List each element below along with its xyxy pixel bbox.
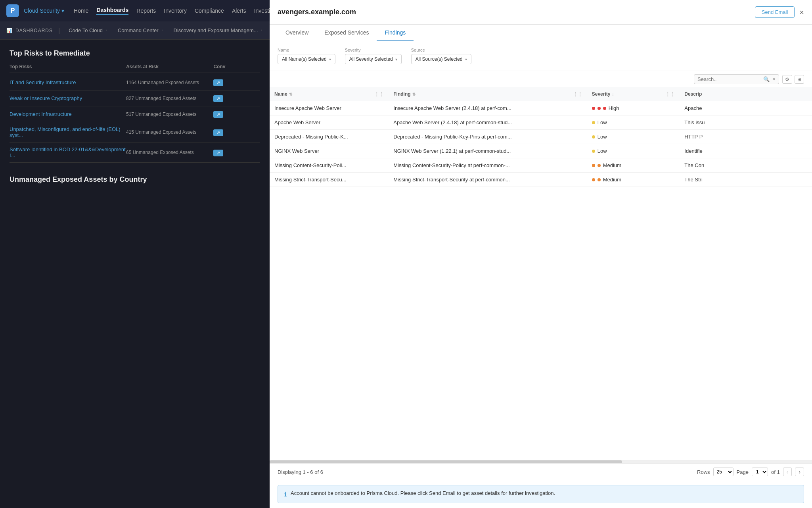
risk-table-row: Software Identified in BOD 22-01&&&Devel… bbox=[10, 142, 260, 163]
risk-assets: 65 Unmanaged Exposed Assets bbox=[126, 150, 213, 155]
filter-severity-arrow: ▾ bbox=[395, 57, 397, 62]
nav-command-center[interactable]: Command Center ⋮ bbox=[115, 26, 167, 35]
overlay-tabs: Overview Exposed Services Findings bbox=[270, 25, 812, 41]
finding-severity: High bbox=[587, 101, 680, 115]
severity-label: Low bbox=[598, 134, 607, 140]
table-header: Name ⇅ ⋮⋮ Finding ⇅ ⋮⋮ bbox=[270, 87, 812, 101]
nav-reports[interactable]: Reports bbox=[136, 8, 156, 14]
finding-text: Missing Strict-Transport-Security at per… bbox=[389, 173, 587, 187]
filter-name-dropdown[interactable]: All Name(s) Selected ▾ bbox=[278, 54, 335, 64]
risk-assets: 517 Unmanaged Exposed Assets bbox=[126, 112, 213, 117]
table-row[interactable]: Missing Content-Security-Poli... Missing… bbox=[270, 158, 812, 173]
risk-assets: 415 Unmanaged Exposed Assets bbox=[126, 129, 213, 135]
horizontal-scrollbar[interactable] bbox=[270, 460, 812, 463]
conv-button[interactable]: ↗ bbox=[213, 95, 223, 102]
dashboards-breadcrumb: DASHBOARDS bbox=[15, 28, 53, 33]
nav-discovery-exposure[interactable]: Discovery and Exposure Managem... ⋮ bbox=[170, 26, 267, 35]
finding-text: Deprecated - Missing Public-Key-Pins at … bbox=[389, 130, 587, 144]
risk-name[interactable]: IT and Security Infrastructure bbox=[10, 79, 126, 85]
finding-severity: Low bbox=[587, 130, 680, 144]
displaying-count: Displaying 1 - 6 of 6 bbox=[278, 469, 323, 475]
close-button[interactable]: × bbox=[799, 8, 804, 16]
severity-label: Medium bbox=[603, 162, 621, 168]
finding-name: Apache Web Server bbox=[270, 115, 389, 130]
finding-severity: Medium bbox=[587, 158, 680, 173]
search-clear-button[interactable]: ✕ bbox=[772, 77, 776, 82]
nav-dashboards[interactable]: Dashboards bbox=[96, 7, 128, 15]
search-input[interactable] bbox=[697, 76, 761, 82]
risk-table-row: Unpatched, Misconfigured, and end-of-lif… bbox=[10, 122, 260, 142]
severity-dot bbox=[592, 107, 595, 110]
nav-home[interactable]: Home bbox=[74, 8, 88, 14]
nav-cloud-security[interactable]: Cloud Security ▾ bbox=[24, 8, 64, 14]
risk-name[interactable]: Development Infrastructure bbox=[10, 111, 126, 117]
sort-icon-finding[interactable]: ⇅ bbox=[412, 92, 416, 96]
send-email-button[interactable]: Send Email bbox=[755, 6, 795, 18]
th-severity: Severity ↓ ⋮⋮ bbox=[587, 87, 680, 101]
severity-cell: Low bbox=[592, 148, 675, 154]
risk-conv: ↗ bbox=[213, 94, 260, 102]
next-page-button[interactable]: › bbox=[795, 468, 804, 476]
filter-source-arrow: ▾ bbox=[465, 57, 467, 62]
filter-source-dropdown[interactable]: All Source(s) Selected ▾ bbox=[411, 54, 471, 64]
tab-overview[interactable]: Overview bbox=[278, 25, 316, 41]
severity-cell: Low bbox=[592, 134, 675, 140]
severity-label: High bbox=[609, 105, 619, 111]
conv-button[interactable]: ↗ bbox=[213, 79, 223, 86]
table-row[interactable]: Apache Web Server Apache Web Server (2.4… bbox=[270, 115, 812, 130]
tab-findings[interactable]: Findings bbox=[377, 25, 414, 41]
filter-icon-button[interactable]: ⚙ bbox=[782, 75, 792, 84]
filter-severity-label: Severity bbox=[345, 48, 402, 52]
nav-code-to-cloud[interactable]: Code To Cloud ⋮ bbox=[65, 26, 111, 35]
nav-inventory[interactable]: Inventory bbox=[164, 8, 187, 14]
severity-label: Low bbox=[598, 148, 607, 154]
table-row[interactable]: Missing Strict-Transport-Secu... Missing… bbox=[270, 173, 812, 187]
table-row[interactable]: Deprecated - Missing Public-K... Depreca… bbox=[270, 130, 812, 144]
severity-cell: Medium bbox=[592, 177, 675, 183]
finding-text: Insecure Apache Web Server (2.4.18) at p… bbox=[389, 101, 587, 115]
page-number-select[interactable]: 1 bbox=[752, 468, 768, 476]
app-logo: P bbox=[6, 4, 19, 17]
filter-severity-dropdown[interactable]: All Severity Selected ▾ bbox=[345, 54, 402, 64]
filter-name-value: All Name(s) Selected bbox=[282, 56, 327, 62]
severity-dot bbox=[592, 178, 595, 181]
conv-button[interactable]: ↗ bbox=[213, 111, 223, 118]
dashboard-icon: 📊 bbox=[6, 28, 12, 33]
finding-severity: Medium bbox=[587, 173, 680, 187]
th-name: Name ⇅ ⋮⋮ bbox=[270, 87, 389, 101]
rows-per-page-select[interactable]: 25 50 100 bbox=[713, 468, 733, 476]
finding-description: The Stri bbox=[680, 173, 812, 187]
risk-name[interactable]: Weak or Insecure Cryptography bbox=[10, 95, 126, 101]
severity-label: Medium bbox=[603, 177, 621, 183]
prev-page-button[interactable]: ‹ bbox=[783, 468, 792, 476]
nav-alerts[interactable]: Alerts bbox=[232, 8, 246, 14]
sort-icon-name[interactable]: ⇅ bbox=[289, 92, 292, 96]
search-bar-row: 🔍 ✕ ⚙ ⊞ bbox=[270, 71, 812, 87]
risks-table-body: IT and Security Infrastructure 1164 Unma… bbox=[10, 75, 260, 163]
finding-name: Missing Content-Security-Poli... bbox=[270, 158, 389, 173]
table-row[interactable]: Insecure Apache Web Server Insecure Apac… bbox=[270, 101, 812, 115]
th-assets-at-risk: Assets at Risk bbox=[126, 64, 213, 69]
conv-button[interactable]: ↗ bbox=[213, 150, 223, 156]
conv-button[interactable]: ↗ bbox=[213, 129, 223, 136]
severity-cell: Low bbox=[592, 119, 675, 125]
nav-compliance[interactable]: Compliance bbox=[195, 8, 224, 14]
severity-label: Low bbox=[598, 119, 607, 125]
table-row[interactable]: NGINX Web Server NGINX Web Server (1.22.… bbox=[270, 144, 812, 158]
finding-name: NGINX Web Server bbox=[270, 144, 389, 158]
finding-text: Missing Content-Security-Policy at perf-… bbox=[389, 158, 587, 173]
risk-name[interactable]: Unpatched, Misconfigured, and end-of-lif… bbox=[10, 126, 126, 138]
severity-dot bbox=[592, 121, 595, 124]
filter-severity-group: Severity All Severity Selected ▾ bbox=[345, 48, 402, 64]
tab-exposed-services[interactable]: Exposed Services bbox=[316, 25, 377, 41]
finding-description: This issu bbox=[680, 115, 812, 130]
drag-handle-severity: ⋮⋮ bbox=[665, 91, 675, 97]
filter-source-group: Source All Source(s) Selected ▾ bbox=[411, 48, 471, 64]
columns-icon-button[interactable]: ⊞ bbox=[795, 75, 804, 84]
risk-name[interactable]: Software Identified in BOD 22-01&&&Devel… bbox=[10, 146, 126, 158]
overlay-header: avengers.example.com Send Email × bbox=[270, 0, 812, 25]
overlay-title: avengers.example.com bbox=[278, 8, 356, 16]
sort-icon-severity[interactable]: ↓ bbox=[612, 92, 614, 96]
risk-conv: ↗ bbox=[213, 149, 260, 156]
severity-dot bbox=[598, 164, 601, 167]
